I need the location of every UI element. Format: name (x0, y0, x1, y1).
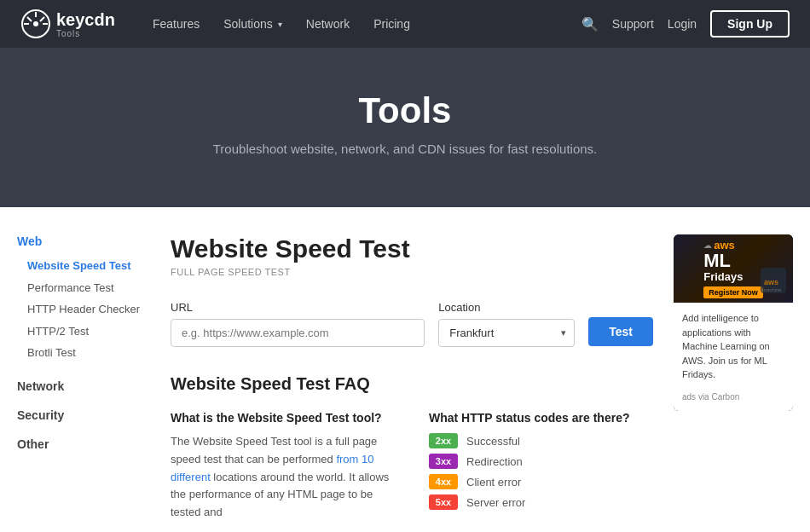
status-3xx-label: Redirection (466, 455, 523, 468)
sidebar-category-security[interactable]: Security (17, 408, 153, 422)
logo[interactable]: keycdn Tools (20, 9, 115, 39)
sidebar-category-network[interactable]: Network (17, 379, 153, 393)
svg-line-6 (27, 17, 32, 21)
nav-link-network[interactable]: Network (296, 10, 360, 38)
svg-text:machine: machine (762, 287, 782, 292)
ad-image: ☁ aws ML Fridays Register Now aws machin… (674, 234, 793, 303)
badge-5xx: 5xx (429, 494, 458, 510)
ad-body-text: Add intelligence to applications with Ma… (682, 311, 784, 382)
ad-ml-text: ML (703, 252, 731, 270)
hero-subtitle: Troubleshoot website, network, and CDN i… (17, 142, 793, 156)
status-5xx-label: Server error (466, 496, 525, 509)
ad-panel: ☁ aws ML Fridays Register Now aws machin… (674, 234, 793, 522)
status-2xx-label: Successful (466, 435, 520, 448)
svg-line-3 (40, 17, 44, 21)
faq-q2: What HTTP status codes are there? (429, 411, 653, 425)
status-4xx: 4xx Client error (429, 474, 653, 489)
main-content: Website Speed Test Full Page Speed Test … (171, 234, 653, 522)
page-subtitle: Full Page Speed Test (171, 267, 653, 277)
faq-title: Website Speed Test FAQ (171, 374, 653, 394)
badge-2xx: 2xx (429, 433, 458, 448)
test-button[interactable]: Test (588, 317, 653, 346)
sidebar-item-http-header-checker[interactable]: HTTP Header Checker (17, 298, 153, 321)
ad-fridays-text: Fridays (703, 270, 743, 283)
svg-point-1 (33, 21, 38, 26)
nav-link-solutions[interactable]: Solutions (213, 10, 292, 38)
nav-links: Features Solutions Network Pricing (142, 10, 581, 38)
sidebar-item-brotli-test[interactable]: Brotli Test (17, 342, 153, 364)
badge-4xx: 4xx (429, 474, 458, 489)
sidebar-item-website-speed-test[interactable]: Website Speed Test (17, 255, 153, 277)
signup-button[interactable]: Sign Up (710, 10, 790, 38)
main-nav: keycdn Tools Features Solutions Network … (0, 0, 810, 48)
nav-link-pricing[interactable]: Pricing (363, 10, 420, 38)
status-5xx: 5xx Server error (429, 494, 653, 510)
location-form-group: Location Frankfurt New York Singapore Sy… (438, 301, 575, 347)
faq-columns: What is the Website Speed Test tool? The… (171, 411, 653, 522)
status-2xx: 2xx Successful (429, 433, 653, 448)
nav-link-features[interactable]: Features (142, 10, 210, 38)
status-4xx-label: Client error (466, 476, 521, 489)
search-icon[interactable]: 🔍 (581, 16, 599, 32)
ad-register-button[interactable]: Register Now (703, 286, 763, 298)
nav-login-link[interactable]: Login (668, 17, 697, 31)
sidebar-item-http2-test[interactable]: HTTP/2 Test (17, 321, 153, 343)
url-label: URL (171, 301, 425, 314)
aws-logo-icon: aws machine (761, 268, 786, 293)
status-code-list: 2xx Successful 3xx Redirection 4xx Clien… (429, 433, 653, 510)
badge-3xx: 3xx (429, 454, 458, 469)
faq-col-2: What HTTP status codes are there? 2xx Su… (429, 411, 653, 522)
faq-col-1: What is the Website Speed Test tool? The… (171, 411, 395, 522)
hero-section: Tools Troubleshoot website, network, and… (0, 48, 810, 207)
location-select-wrapper: Frankfurt New York Singapore Sydney Toro… (438, 319, 575, 347)
sidebar-web-title[interactable]: Web (17, 234, 153, 248)
nav-right: 🔍 Support Login Sign Up (581, 10, 790, 38)
logo-main-text: keycdn (56, 10, 115, 29)
ad-body: Add intelligence to applications with Ma… (674, 303, 793, 411)
faq-a1: The Website Speed Test tool is a full pa… (171, 433, 395, 522)
url-input[interactable] (171, 319, 425, 347)
ad-footer: ads via Carbon (682, 392, 739, 402)
logo-sub-text: Tools (56, 29, 115, 38)
location-select[interactable]: Frankfurt New York Singapore Sydney Toro… (438, 319, 575, 347)
location-label: Location (438, 301, 575, 314)
speed-test-form: URL Location Frankfurt New York Singapor… (171, 301, 653, 347)
faq-highlight: from 10 different (171, 453, 373, 483)
faq-q1: What is the Website Speed Test tool? (171, 411, 395, 425)
svg-text:aws: aws (764, 278, 778, 286)
nav-support-link[interactable]: Support (612, 17, 654, 31)
url-form-group: URL (171, 301, 425, 347)
sidebar-item-performance-test[interactable]: Performance Test (17, 277, 153, 299)
hero-title: Tools (17, 90, 793, 131)
page-title: Website Speed Test (171, 234, 653, 263)
sidebar-category-other[interactable]: Other (17, 437, 153, 451)
ad-aws-logo: ☁ aws ML Fridays Register Now (697, 234, 770, 305)
ad-box: ☁ aws ML Fridays Register Now aws machin… (674, 234, 793, 411)
sidebar: Web Website Speed Test Performance Test … (17, 234, 171, 522)
status-3xx: 3xx Redirection (429, 454, 653, 469)
